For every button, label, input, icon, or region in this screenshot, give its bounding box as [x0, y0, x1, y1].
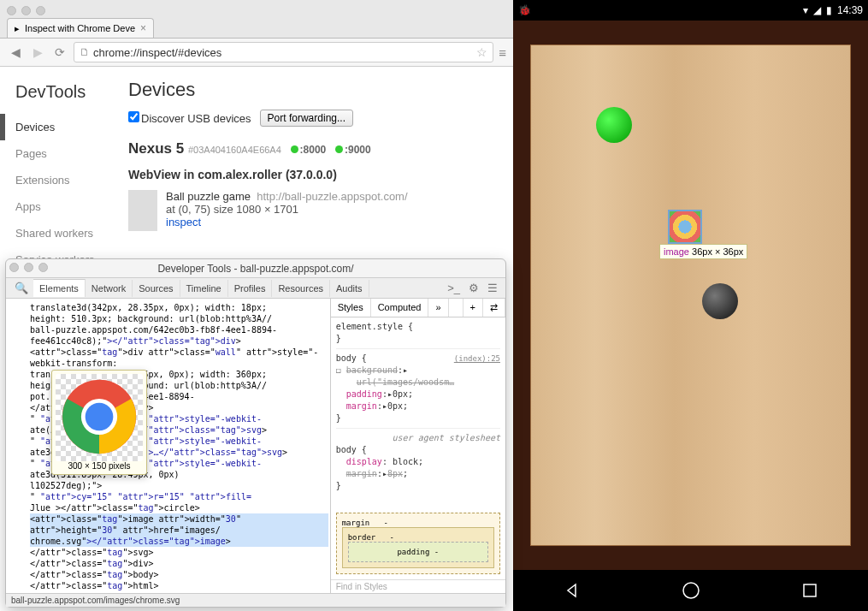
- tab-network[interactable]: Network: [86, 280, 133, 297]
- element-tooltip: image 36px × 36px: [659, 244, 747, 259]
- ball-green[interactable]: [596, 107, 632, 143]
- devtools-window-title: Developer Tools - ball-puzzle.appspot.co…: [157, 263, 353, 275]
- chrome-logo-icon: [58, 376, 140, 458]
- tab-more[interactable]: »: [428, 299, 448, 317]
- game-surface[interactable]: image 36px × 36px: [530, 44, 851, 546]
- signal-icon: ◢: [813, 4, 821, 16]
- image-dims: 300 × 150 pixels: [56, 461, 143, 471]
- tab-sources[interactable]: Sources: [133, 280, 180, 297]
- tab-styles[interactable]: Styles: [331, 299, 371, 317]
- home-icon[interactable]: [682, 581, 700, 600]
- webview-url: http://ball-puzzle.appspot.com/: [257, 190, 407, 203]
- webview-meta: at (0, 75) size 1080 × 1701: [166, 203, 408, 216]
- search-icon[interactable]: 🔍: [9, 282, 33, 294]
- tab-favicon: ▸: [15, 23, 20, 34]
- traffic-close[interactable]: [9, 263, 19, 272]
- tab-computed[interactable]: Computed: [371, 299, 429, 317]
- discover-checkbox-label[interactable]: Discover USB devices: [128, 111, 251, 125]
- box-model: margin - border - padding -: [336, 513, 500, 574]
- traffic-close[interactable]: [7, 6, 16, 15]
- port-label: :8000: [300, 144, 327, 156]
- styles-pane[interactable]: element.style { } (index):25body { ☐ bac…: [331, 317, 505, 495]
- close-icon[interactable]: ×: [140, 22, 146, 34]
- recents-icon[interactable]: [802, 583, 818, 598]
- svg-point-3: [683, 583, 699, 598]
- sidebar-item-apps[interactable]: Apps: [15, 193, 120, 220]
- traffic-max[interactable]: [36, 6, 45, 15]
- sidebar-item-shared-workers[interactable]: Shared workers: [15, 220, 120, 246]
- find-in-styles[interactable]: Find in Styles: [331, 579, 505, 593]
- debug-icon: 🐞: [518, 4, 531, 16]
- menu-icon[interactable]: ≡: [499, 45, 506, 60]
- sidebar-item-pages[interactable]: Pages: [15, 140, 120, 167]
- browser-tab[interactable]: ▸ Inspect with Chrome Deve ×: [7, 18, 154, 38]
- device-id: #03A404160A4E66A4: [188, 145, 281, 155]
- webview-heading: WebView in com.alex.roller (37.0.0.0): [128, 168, 501, 181]
- status-dot: [291, 145, 298, 153]
- svg-rect-4: [804, 584, 816, 596]
- tab-elements[interactable]: Elements: [33, 279, 86, 297]
- android-nav-bar: [513, 570, 868, 611]
- reload-button[interactable]: ⟳: [51, 44, 68, 61]
- tab-timeline[interactable]: Timeline: [180, 280, 228, 297]
- gear-icon[interactable]: ⚙: [464, 282, 483, 294]
- svg-point-2: [86, 403, 114, 431]
- back-icon[interactable]: [564, 582, 581, 599]
- image-preview-tooltip: 300 × 150 pixels: [51, 370, 147, 475]
- clock: 14:39: [837, 4, 863, 16]
- drawer-icon[interactable]: ☰: [483, 282, 502, 294]
- breadcrumb[interactable]: ball-puzzle.appspot.com/images/chrome.sv…: [6, 593, 505, 607]
- tab-resources[interactable]: Resources: [272, 280, 330, 297]
- discover-checkbox[interactable]: [128, 111, 139, 122]
- devtools-title: DevTools: [15, 82, 120, 102]
- console-icon[interactable]: >_: [443, 282, 464, 294]
- battery-icon: ▮: [826, 4, 832, 16]
- device-name: Nexus 5: [128, 140, 184, 157]
- sidebar-item-devices[interactable]: Devices: [0, 114, 120, 140]
- tab-profiles[interactable]: Profiles: [228, 280, 273, 297]
- traffic-min[interactable]: [21, 6, 31, 15]
- port-forwarding-button[interactable]: Port forwarding...: [260, 110, 353, 127]
- inspect-link[interactable]: inspect: [166, 216, 408, 228]
- webview-thumbnail: [128, 190, 157, 231]
- page-heading: Devices: [128, 79, 501, 101]
- forward-button[interactable]: ▶: [29, 44, 46, 61]
- selected-image-highlight[interactable]: [670, 211, 700, 242]
- wifi-icon: ▾: [803, 4, 808, 16]
- tab-audits[interactable]: Audits: [330, 280, 369, 297]
- back-button[interactable]: ◀: [7, 44, 24, 61]
- bookmark-icon[interactable]: ☆: [476, 45, 487, 59]
- url-text: chrome://inspect/#devices: [93, 46, 221, 59]
- tab-title: Inspect with Chrome Deve: [25, 23, 135, 33]
- android-status-bar: 🐞 ▾ ◢ ▮ 14:39: [513, 0, 868, 21]
- device-row: Nexus 5 #03A404160A4E66A4 :8000 :9000: [128, 140, 501, 157]
- new-rule-icon[interactable]: +: [464, 299, 483, 317]
- status-dot: [335, 145, 343, 153]
- sidebar-item-extensions[interactable]: Extensions: [15, 167, 120, 193]
- ball-dark[interactable]: [702, 283, 738, 319]
- page-icon: 🗋: [80, 46, 90, 58]
- traffic-min[interactable]: [24, 263, 33, 272]
- traffic-max[interactable]: [38, 263, 48, 272]
- toggle-state-icon[interactable]: ⇄: [483, 299, 505, 317]
- address-bar[interactable]: 🗋 chrome://inspect/#devices ☆: [74, 42, 493, 62]
- port-label: :9000: [345, 144, 371, 156]
- webview-title: Ball puzzle game: [166, 190, 251, 203]
